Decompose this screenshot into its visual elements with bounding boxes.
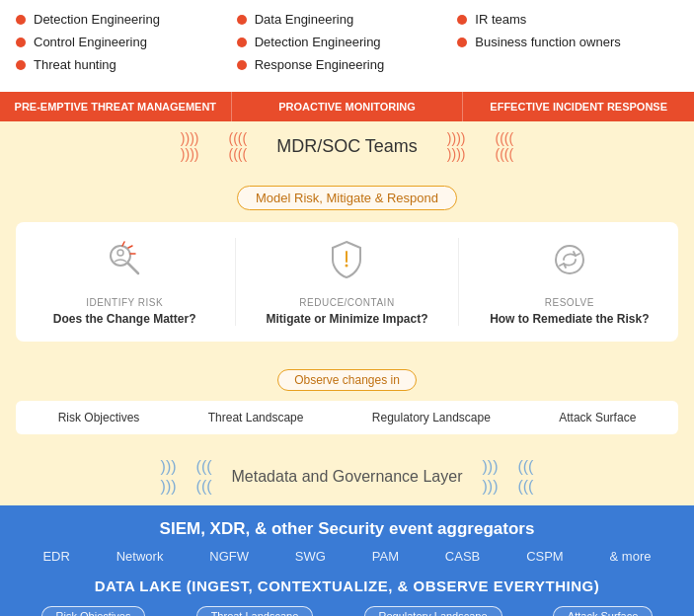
identify-risk-icon — [103, 238, 146, 289]
blue-tag-2: Threat Landscape — [196, 606, 314, 616]
svg-line-1 — [128, 264, 138, 273]
blue-section: SIEM, XDR, & other Security event aggreg… — [0, 505, 694, 616]
bullet-label: Control Engineering — [34, 35, 147, 49]
blue-tags-row: Risk Objectives Threat Landscape Regulat… — [20, 606, 674, 616]
blue-tool-edr: EDR — [42, 549, 69, 564]
model-card-title: Does the Change Matter? — [53, 312, 196, 326]
orange-bar-col-1: PRE-EMPTIVE THREAT MANAGEMENT — [0, 92, 232, 121]
bullet-item: IR teams — [457, 12, 678, 27]
observe-item-3: Regulatory Landscape — [372, 411, 491, 424]
bullet-dot — [237, 38, 247, 47]
bullet-label: Detection Engineering — [255, 35, 381, 49]
wave-right-2: (((( (((( — [496, 131, 514, 162]
bullet-item: Control Engineering — [16, 35, 237, 49]
svg-point-3 — [346, 265, 348, 268]
model-card-sub: RESOLVE — [545, 297, 594, 308]
bullet-label: Response Engineering — [255, 57, 385, 72]
orange-bar-label: PROACTIVE MONITORING — [278, 101, 416, 113]
wave-group-left-2: ((( ((( — [196, 458, 212, 496]
blue-siem-title: SIEM, XDR, & other Security event aggreg… — [20, 519, 674, 539]
observe-label: Observe changes in — [277, 369, 417, 391]
blue-tool-casb: CASB — [445, 549, 480, 564]
mdr-title: MDR/SOC Teams — [276, 136, 418, 157]
model-section: Model Risk, Mitigate & Respond IDENTIFY … — [0, 172, 694, 359]
blue-tool-network: Network — [116, 549, 164, 564]
observe-item-1: Risk Objectives — [58, 411, 140, 424]
bullet-label: IR teams — [475, 12, 526, 27]
bullet-dot — [16, 38, 26, 47]
blue-tool-more: & more — [610, 549, 652, 564]
model-label-wrapper: Model Risk, Mitigate & Respond — [16, 186, 678, 210]
observe-label-wrapper: Observe changes in — [16, 369, 678, 391]
observe-items: Risk Objectives Threat Landscape Regulat… — [16, 401, 678, 434]
observe-section: Observe changes in Risk Objectives Threa… — [0, 359, 694, 448]
wave-left-2: (((( (((( — [228, 131, 247, 162]
model-card-sub: REDUCE/CONTAIN — [299, 297, 394, 308]
model-label: Model Risk, Mitigate & Respond — [237, 186, 457, 210]
blue-tool-pam: PAM — [372, 549, 399, 564]
model-card-sub: IDENTIFY RISK — [86, 297, 163, 308]
orange-bar: PRE-EMPTIVE THREAT MANAGEMENT PROACTIVE … — [0, 92, 694, 121]
svg-point-4 — [556, 246, 583, 273]
bullet-label: Data Engineering — [255, 12, 353, 27]
orange-bar-label: EFFECTIVE INCIDENT RESPONSE — [490, 101, 667, 113]
bullet-item: Detection Engineering — [16, 12, 237, 27]
bullet-dot — [457, 15, 467, 25]
bullet-item: Response Engineering — [237, 57, 458, 72]
divider — [458, 238, 459, 326]
svg-point-2 — [117, 250, 123, 256]
bullet-label: Detection Engineering — [34, 12, 160, 27]
bullet-dot — [237, 15, 247, 25]
wave-left-1: )))) )))) — [181, 131, 199, 162]
bullet-dot — [16, 15, 26, 25]
metadata-title: Metadata and Governance Layer — [232, 468, 463, 486]
bullet-dot — [237, 60, 247, 70]
wave-group-right-2: ((( ((( — [517, 458, 533, 496]
bullet-dot — [16, 60, 26, 70]
bullet-item: Business function owners — [457, 35, 678, 49]
mdr-section: )))) )))) (((( (((( MDR/SOC Teams )))) )… — [0, 121, 694, 172]
top-col-1: Detection Engineering Control Engineerin… — [16, 12, 237, 80]
blue-tag-1: Risk Objectives — [41, 606, 146, 616]
blue-tool-ngfw: NGFW — [209, 549, 249, 564]
model-card-title: Mitigate or Minimize Impact? — [266, 312, 427, 326]
wave-group-right-1: ))) ))) — [482, 458, 498, 496]
divider — [235, 238, 236, 326]
model-cards: IDENTIFY RISK Does the Change Matter? RE… — [16, 222, 678, 342]
model-card-identify: IDENTIFY RISK Does the Change Matter? — [28, 238, 221, 326]
orange-bar-label: PRE-EMPTIVE THREAT MANAGEMENT — [15, 101, 217, 113]
top-col-2: Data Engineering Detection Engineering R… — [237, 12, 458, 80]
reduce-contain-icon — [325, 238, 368, 289]
blue-tool-cspm: CSPM — [526, 549, 564, 564]
bullet-item: Data Engineering — [237, 12, 458, 27]
blue-tool-swg: SWG — [295, 549, 326, 564]
orange-bar-col-3: EFFECTIVE INCIDENT RESPONSE — [463, 92, 694, 121]
resolve-icon — [548, 238, 591, 289]
model-card-title: How to Remediate the Risk? — [490, 312, 649, 326]
bullet-dot — [457, 38, 467, 47]
blue-lake-title: DATA LAKE (INGEST, CONTEXTUALIZE, & OBSE… — [20, 578, 674, 594]
top-section: Detection Engineering Control Engineerin… — [0, 0, 694, 92]
top-col-3: IR teams Business function owners — [457, 12, 678, 80]
observe-item-2: Threat Landscape — [208, 411, 304, 424]
blue-tag-4: Attack Surface — [553, 606, 654, 616]
blue-tag-3: Regulatory Landscape — [364, 606, 502, 616]
wave-right-1: )))) )))) — [447, 131, 466, 162]
bullet-item: Detection Engineering — [237, 35, 458, 49]
metadata-section: ))) ))) ((( ((( Metadata and Governance … — [0, 448, 694, 505]
bullet-item: Threat hunting — [16, 57, 237, 72]
orange-bar-col-2: PROACTIVE MONITORING — [232, 92, 464, 121]
model-card-resolve: RESOLVE How to Remediate the Risk? — [473, 238, 666, 326]
bullet-label: Threat hunting — [34, 57, 116, 72]
observe-item-4: Attack Surface — [559, 411, 636, 424]
blue-tools-row: EDR Network NGFW SWG PAM CASB CSPM & mor… — [20, 549, 674, 564]
model-card-reduce: REDUCE/CONTAIN Mitigate or Minimize Impa… — [250, 238, 443, 326]
wave-group-left-1: ))) ))) — [161, 458, 177, 496]
bullet-label: Business function owners — [475, 35, 620, 49]
